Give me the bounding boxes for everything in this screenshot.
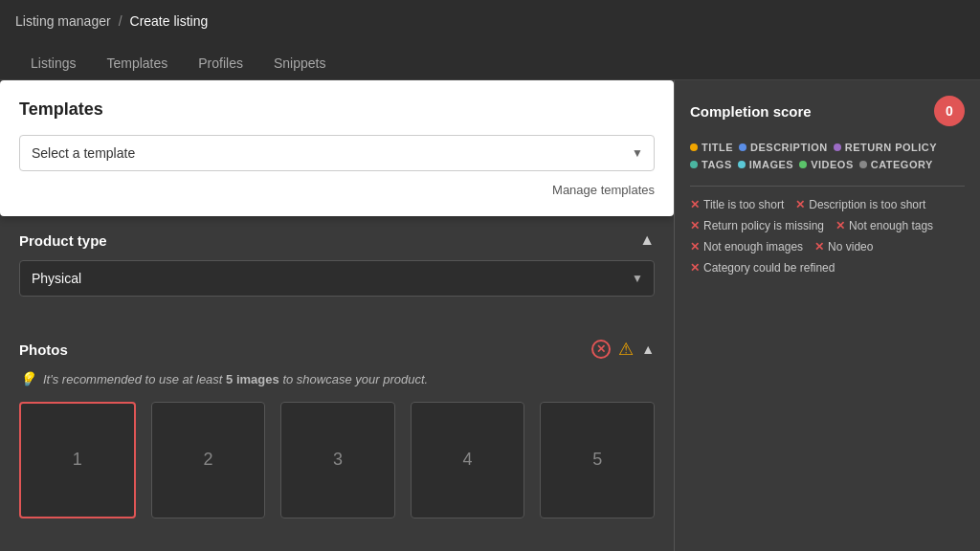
x-icon-3: ✕: [690, 219, 700, 232]
left-panel: Templates Select a template ▼ Manage tem…: [0, 80, 674, 551]
breadcrumb-separator: /: [119, 13, 122, 29]
photo-slot-2[interactable]: 2: [151, 402, 266, 518]
product-type-toggle-icon[interactable]: ▲: [639, 231, 655, 249]
product-type-section: Product type ▲ Physical ▼: [0, 216, 674, 323]
dot-category-icon: [859, 161, 867, 168]
completion-score-badge: 0: [934, 96, 965, 126]
error-title-short: ✕ Title is too short: [690, 198, 784, 211]
manage-templates-link[interactable]: Manage templates: [19, 183, 655, 197]
error-row-1: ✕ Title is too short ✕ Description is to…: [690, 198, 965, 211]
photo-hint-bold: 5 images: [226, 372, 279, 386]
x-icon-2: ✕: [795, 198, 805, 211]
tab-profiles[interactable]: Profiles: [183, 48, 258, 80]
breadcrumb-current: Create listing: [130, 13, 209, 29]
breadcrumb: Listing manager / Create listing: [15, 13, 208, 29]
tab-templates[interactable]: Templates: [91, 48, 183, 80]
completion-tags: TITLE DESCRIPTION RETURN POLICY TAGS IMA…: [690, 142, 965, 170]
right-panel: Completion score 0 TITLE DESCRIPTION RET…: [674, 80, 980, 551]
tab-listings[interactable]: Listings: [15, 48, 91, 80]
error-not-enough-tags: ✕ Not enough tags: [835, 219, 933, 232]
photo-slot-1[interactable]: 1: [19, 402, 136, 518]
photos-section: Photos ✕ ⚠ ▲ 💡 It's recommended to use a…: [0, 323, 674, 534]
error-not-enough-images: ✕ Not enough images: [690, 240, 803, 253]
completion-title: Completion score: [690, 103, 812, 120]
completion-header: Completion score 0: [690, 96, 965, 126]
breadcrumb-parent[interactable]: Listing manager: [15, 13, 111, 29]
error-list: ✕ Title is too short ✕ Description is to…: [690, 198, 965, 275]
product-type-title: Product type: [19, 232, 107, 249]
x-icon-4: ✕: [835, 219, 845, 232]
x-icon-5: ✕: [690, 240, 700, 253]
photos-header: Photos ✕ ⚠ ▲: [19, 339, 655, 360]
x-icon-7: ✕: [690, 261, 700, 275]
template-select-wrapper: Select a template ▼: [19, 135, 655, 171]
dot-tags-icon: [690, 161, 698, 168]
photos-error-icon[interactable]: ✕: [591, 340, 611, 359]
dot-title-icon: [690, 143, 698, 151]
templates-card: Templates Select a template ▼ Manage tem…: [0, 80, 674, 216]
templates-card-title: Templates: [19, 99, 655, 120]
photo-slot-5[interactable]: 5: [540, 402, 655, 518]
tag-description: DESCRIPTION: [739, 142, 828, 153]
photo-slot-3[interactable]: 3: [280, 402, 395, 518]
error-no-video: ✕ No video: [814, 240, 873, 253]
error-return-policy: ✕ Return policy is missing: [690, 219, 824, 232]
completion-divider: [690, 186, 965, 187]
error-category-refined: ✕ Category could be refined: [690, 261, 835, 275]
dot-description-icon: [739, 143, 746, 151]
error-description-short: ✕ Description is too short: [795, 198, 925, 211]
photo-hint: 💡 It's recommended to use at least 5 ima…: [19, 371, 655, 386]
template-select[interactable]: Select a template: [19, 135, 655, 171]
photos-icons: ✕ ⚠ ▲: [591, 339, 655, 360]
tag-videos: VIDEOS: [799, 159, 854, 170]
hint-bulb-icon: 💡: [19, 371, 35, 386]
dot-images-icon: [738, 161, 746, 168]
photos-title: Photos: [19, 342, 68, 358]
photo-hint-text: It's recommended to use at least 5 image…: [43, 372, 428, 386]
error-row-4: ✕ Category could be refined: [690, 261, 965, 275]
tab-snippets[interactable]: Snippets: [258, 48, 341, 80]
x-icon-6: ✕: [814, 240, 824, 253]
tag-tags: TAGS: [690, 159, 732, 170]
tag-images: IMAGES: [738, 159, 793, 170]
tag-category: CATEGORY: [859, 159, 933, 170]
dot-return-policy-icon: [834, 143, 841, 151]
product-type-select[interactable]: Physical: [19, 260, 655, 297]
tag-title: TITLE: [690, 142, 733, 153]
product-type-header: Product type ▲: [19, 231, 655, 249]
photo-slot-4[interactable]: 4: [411, 402, 525, 518]
photos-warning-icon[interactable]: ⚠: [618, 339, 634, 360]
tag-return-policy: RETURN POLICY: [834, 142, 937, 153]
dot-videos-icon: [799, 161, 807, 168]
product-type-select-wrapper: Physical ▼: [19, 260, 655, 297]
photo-grid: 1 2 3 4 5: [19, 402, 655, 518]
main-content: Templates Select a template ▼ Manage tem…: [0, 80, 980, 551]
photos-toggle-icon[interactable]: ▲: [641, 342, 655, 357]
nav-tabs: Listings Templates Profiles Snippets: [0, 42, 980, 80]
x-icon-1: ✕: [690, 198, 700, 211]
top-bar: Listing manager / Create listing: [0, 0, 980, 42]
error-row-2: ✕ Return policy is missing ✕ Not enough …: [690, 219, 965, 232]
error-row-3: ✕ Not enough images ✕ No video: [690, 240, 965, 253]
